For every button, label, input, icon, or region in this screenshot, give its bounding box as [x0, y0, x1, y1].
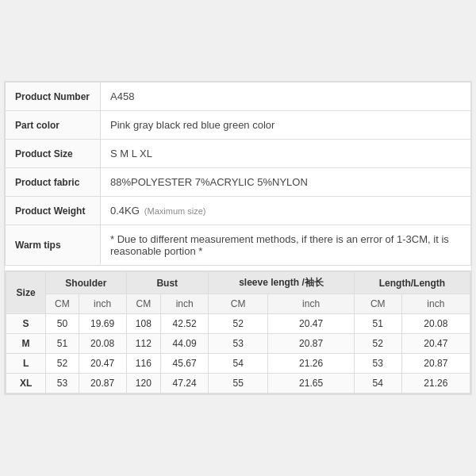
size-cell: 42.52	[161, 314, 209, 334]
info-row: Product NumberA458	[6, 83, 471, 111]
info-value: * Due to different measurement methods, …	[101, 225, 471, 266]
bust-inch-header: inch	[161, 294, 209, 314]
info-row: Warm tips* Due to different measurement …	[6, 225, 471, 266]
bust-cm-header: CM	[126, 294, 161, 314]
size-cell: 47.24	[161, 374, 209, 393]
size-cell: 112	[126, 334, 161, 354]
size-cell: 20.47	[401, 334, 470, 354]
size-cell: 108	[126, 314, 161, 334]
size-header-row: Size Shoulder Bust sleeve length /袖长 Len…	[6, 272, 470, 294]
size-cell: 50	[46, 314, 79, 334]
size-cell: 53	[46, 374, 79, 393]
size-cell: 19.69	[79, 314, 126, 334]
length-cm-header: CM	[354, 294, 401, 314]
size-cell: 45.67	[161, 354, 209, 374]
size-cell: 20.47	[268, 314, 355, 334]
size-data-row: XL5320.8712047.245521.655421.26	[6, 374, 470, 393]
size-cell: 21.26	[268, 354, 355, 374]
shoulder-col-header: Shoulder	[46, 272, 126, 294]
size-cell: 21.26	[401, 374, 470, 393]
size-data-row: L5220.4711645.675421.265320.87	[6, 354, 470, 374]
size-cell: 52	[209, 314, 268, 334]
size-cell: 20.87	[79, 374, 126, 393]
size-cell: 54	[209, 354, 268, 374]
info-label: Product fabric	[6, 168, 101, 197]
size-cell: 44.09	[161, 334, 209, 354]
info-label: Warm tips	[6, 225, 101, 266]
product-detail-container: Product NumberA458Part colorPink gray bl…	[4, 81, 472, 395]
size-cell: 120	[126, 374, 161, 393]
size-cell: L	[6, 354, 46, 374]
size-chart-table: Size Shoulder Bust sleeve length /袖长 Len…	[6, 271, 470, 393]
info-value: S M L XL	[101, 140, 471, 168]
info-row: Product SizeS M L XL	[6, 140, 471, 168]
size-cell: 54	[354, 374, 401, 393]
info-label: Product Number	[6, 83, 101, 111]
size-cell: 52	[46, 354, 79, 374]
size-col-header: Size	[6, 272, 46, 314]
info-value-small: (Maximum size)	[144, 206, 206, 216]
size-cell: 55	[209, 374, 268, 393]
info-row: Part colorPink gray black red blue green…	[6, 111, 471, 140]
size-cell: S	[6, 314, 46, 334]
length-inch-header: inch	[401, 294, 470, 314]
size-data-row: M5120.0811244.095320.875220.47	[6, 334, 470, 354]
size-cell: 20.87	[268, 334, 355, 354]
shoulder-inch-header: inch	[79, 294, 126, 314]
size-cell: 51	[354, 314, 401, 334]
sleeve-inch-header: inch	[268, 294, 355, 314]
size-data-row: S5019.6910842.525220.475120.08	[6, 314, 470, 334]
size-chart-wrapper: Size Shoulder Bust sleeve length /袖长 Len…	[5, 271, 471, 394]
info-label: Product Weight	[6, 197, 101, 225]
info-value: 88%POLYESTER 7%ACRYLIC 5%NYLON	[101, 168, 471, 197]
size-cell: 20.47	[79, 354, 126, 374]
info-row: Product Weight0.4KG(Maximum size)	[6, 197, 471, 225]
product-info-table: Product NumberA458Part colorPink gray bl…	[5, 82, 471, 266]
size-cell: 53	[209, 334, 268, 354]
shoulder-cm-header: CM	[46, 294, 79, 314]
info-value: Pink gray black red blue green color	[101, 111, 471, 140]
size-cell: 51	[46, 334, 79, 354]
size-cell: XL	[6, 374, 46, 393]
size-cell: 52	[354, 334, 401, 354]
unit-row: CM inch CM inch CM inch CM inch	[6, 294, 470, 314]
sleeve-cm-header: CM	[209, 294, 268, 314]
info-row: Product fabric88%POLYESTER 7%ACRYLIC 5%N…	[6, 168, 471, 197]
size-cell: 20.08	[79, 334, 126, 354]
size-cell: 20.08	[401, 314, 470, 334]
size-cell: 116	[126, 354, 161, 374]
size-cell: M	[6, 334, 46, 354]
bust-col-header: Bust	[126, 272, 209, 294]
info-label: Part color	[6, 111, 101, 140]
info-value: A458	[101, 83, 471, 111]
size-cell: 20.87	[401, 354, 470, 374]
size-cell: 21.65	[268, 374, 355, 393]
info-value: 0.4KG(Maximum size)	[101, 197, 471, 225]
info-label: Product Size	[6, 140, 101, 168]
sleeve-col-header: sleeve length /袖长	[209, 272, 355, 294]
length-col-header: Length/Length	[354, 272, 470, 294]
size-cell: 53	[354, 354, 401, 374]
